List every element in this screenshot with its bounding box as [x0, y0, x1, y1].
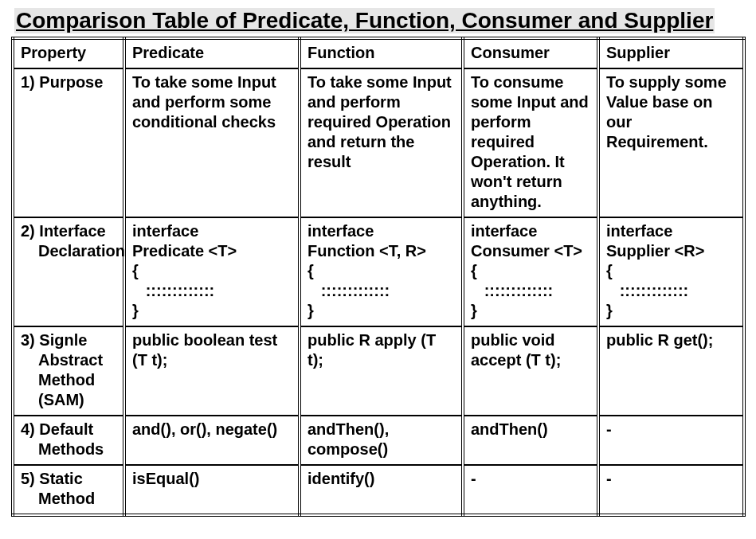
cell-supplier: To supply some Value base on our Require…: [598, 68, 744, 217]
table-row: 1) Purpose To take some Input and perfor…: [13, 68, 744, 217]
table-row: 4) Default Methods and(), or(), negate()…: [13, 416, 744, 465]
cell-consumer: andThen(): [463, 416, 598, 465]
cell-function: interface Function <T, R> { ::::::::::::…: [300, 217, 463, 326]
table-row: 5) Static Method isEqual() identify() - …: [13, 465, 744, 515]
property-line1: 5) Static: [21, 470, 83, 487]
page: Comparison Table of Predicate, Function,…: [0, 0, 756, 529]
property-line1: 4) Default: [21, 420, 93, 438]
cell-property: 1) Purpose: [13, 68, 124, 217]
cell-supplier: interface Supplier <R> { ::::::::::::: }: [598, 217, 744, 326]
table-row: 3) Signle Abstract Method (SAM) public b…: [13, 326, 744, 416]
property-line1: 1) Purpose: [21, 73, 103, 91]
property-line1: 3) Signle: [21, 331, 87, 349]
cell-property: 2) Interface Declaration: [13, 217, 124, 326]
col-header-consumer: Consumer: [463, 38, 598, 68]
cell-supplier: public R get();: [598, 326, 744, 416]
page-title: Comparison Table of Predicate, Function,…: [14, 8, 715, 33]
cell-predicate: interface Predicate <T> { ::::::::::::: …: [124, 217, 300, 326]
col-header-supplier: Supplier: [598, 38, 744, 68]
table-header-row: Property Predicate Function Consumer Sup…: [13, 38, 744, 68]
comparison-table: Property Predicate Function Consumer Sup…: [11, 37, 746, 517]
property-line2: Method: [21, 489, 116, 509]
cell-supplier: -: [598, 416, 744, 465]
col-header-predicate: Predicate: [124, 38, 300, 68]
cell-property: 5) Static Method: [13, 465, 124, 515]
property-line2: Methods: [21, 439, 116, 459]
cell-property: 3) Signle Abstract Method (SAM): [13, 326, 124, 416]
property-line2: Declaration: [21, 241, 116, 261]
property-line2: Abstract Method (SAM): [21, 350, 116, 410]
cell-property: 4) Default Methods: [13, 416, 124, 465]
cell-consumer: -: [463, 465, 598, 515]
col-header-function: Function: [300, 38, 463, 68]
cell-predicate: public boolean test (T t);: [124, 326, 300, 416]
cell-consumer: public void accept (T t);: [463, 326, 598, 416]
cell-predicate: To take some Input and perform some cond…: [124, 68, 300, 217]
cell-consumer: To consume some Input and perform requir…: [463, 68, 598, 217]
property-line1: 2) Interface: [21, 222, 106, 240]
cell-function: andThen(), compose(): [300, 416, 463, 465]
cell-consumer: interface Consumer <T> { ::::::::::::: }: [463, 217, 598, 326]
col-header-property: Property: [13, 38, 124, 68]
cell-supplier: -: [598, 465, 744, 515]
table-row: 2) Interface Declaration interface Predi…: [13, 217, 744, 326]
cell-function: public R apply (T t);: [300, 326, 463, 416]
cell-function: identify(): [300, 465, 463, 515]
cell-predicate: and(), or(), negate(): [124, 416, 300, 465]
cell-function: To take some Input and perform required …: [300, 68, 463, 217]
cell-predicate: isEqual(): [124, 465, 300, 515]
